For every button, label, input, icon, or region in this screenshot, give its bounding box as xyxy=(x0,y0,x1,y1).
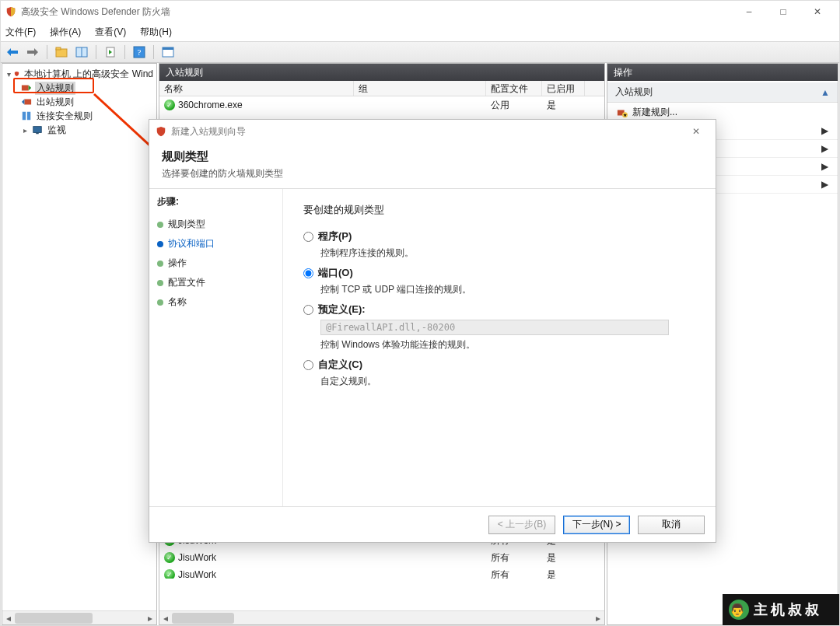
radio-predefined[interactable] xyxy=(303,305,313,315)
option-program-label: 程序(P) xyxy=(318,229,352,243)
col-profile[interactable]: 配置文件 xyxy=(486,81,542,96)
table-row[interactable]: ✓JisuWork 所有 是 xyxy=(159,549,585,566)
col-enabled[interactable]: 已启用 xyxy=(542,81,585,96)
watermark-icon: 👨 xyxy=(729,600,749,620)
toolbar-details-icon[interactable] xyxy=(159,44,177,61)
inbound-icon xyxy=(21,82,32,93)
svg-rect-12 xyxy=(27,112,30,121)
collapse-icon[interactable]: ▲ xyxy=(821,87,830,98)
allow-icon: ✓ xyxy=(164,100,175,110)
monitor-icon xyxy=(32,124,43,135)
step-label: 操作 xyxy=(168,257,187,270)
window-title: 高级安全 Windows Defender 防火墙 xyxy=(21,5,170,19)
toolbar-panes-icon[interactable] xyxy=(73,44,90,61)
step-label: 规则类型 xyxy=(168,218,205,231)
tree-hscrollbar[interactable]: ◂▸ xyxy=(2,610,156,624)
step-label: 协议和端口 xyxy=(168,237,215,250)
col-group[interactable]: 组 xyxy=(354,81,486,96)
actions-header: 操作 xyxy=(607,64,838,81)
center-header: 入站规则 xyxy=(159,64,604,81)
wizard-dialog: 新建入站规则向导 ✕ 规则类型 选择要创建的防火墙规则类型 步骤: 规则类型 协… xyxy=(149,119,716,543)
next-button[interactable]: 下一步(N) > xyxy=(563,516,630,534)
dialog-heading: 规则类型 xyxy=(162,149,703,164)
nav-forward-icon[interactable] xyxy=(24,44,41,61)
tree-inbound-label: 入站规则 xyxy=(35,82,75,95)
step-label: 配置文件 xyxy=(168,276,205,289)
toolbar-separator xyxy=(153,45,154,59)
toolbar-help-icon[interactable]: ? xyxy=(131,44,148,61)
svg-text:?: ? xyxy=(138,47,142,57)
watermark: 👨 主机叔叔 xyxy=(723,594,839,625)
step-name[interactable]: 名称 xyxy=(157,292,275,312)
back-button[interactable]: < 上一步(B) xyxy=(488,516,555,534)
svg-rect-1 xyxy=(56,47,61,50)
actions-section-title: 入站规则 xyxy=(615,86,653,99)
shield-icon xyxy=(14,68,19,79)
cancel-button[interactable]: 取消 xyxy=(638,516,705,534)
tree-root[interactable]: ▾ 本地计算机 上的高级安全 Wind xyxy=(4,67,155,81)
step-action[interactable]: 操作 xyxy=(157,254,275,273)
option-port-label: 端口(O) xyxy=(318,266,353,280)
tree-inbound[interactable]: 入站规则 xyxy=(4,81,155,95)
menu-view[interactable]: 查看(V) xyxy=(95,26,126,39)
svg-rect-13 xyxy=(33,127,42,133)
minimize-button[interactable]: – xyxy=(732,2,766,22)
center-hscrollbar[interactable]: ◂▸ xyxy=(159,610,604,624)
nav-back-icon[interactable] xyxy=(4,44,21,61)
tree-monitor-label: 监视 xyxy=(46,124,68,137)
wizard-steps: 步骤: 规则类型 协议和端口 操作 配置文件 名称 xyxy=(149,189,283,506)
svg-rect-9 xyxy=(22,86,29,91)
titlebar: 高级安全 Windows Defender 防火墙 – □ ✕ xyxy=(1,1,839,23)
radio-custom[interactable] xyxy=(303,360,313,370)
row-profile: 公用 xyxy=(486,99,542,112)
option-predefined[interactable]: 预定义(E): xyxy=(303,303,695,316)
app-shield-icon xyxy=(5,6,16,17)
tree-pane: ▾ 本地计算机 上的高级安全 Wind 入站规则 出站规则 连接安全规则 xyxy=(2,63,157,625)
close-button[interactable]: ✕ xyxy=(800,2,835,22)
option-program-desc: 控制程序连接的规则。 xyxy=(320,247,695,260)
shield-icon xyxy=(156,126,166,137)
option-predefined-label: 预定义(E): xyxy=(318,303,366,316)
col-name[interactable]: 名称 xyxy=(159,81,354,96)
outbound-icon xyxy=(21,96,32,107)
menu-help[interactable]: 帮助(H) xyxy=(140,26,172,39)
svg-rect-14 xyxy=(36,133,39,135)
row-enabled: 是 xyxy=(542,568,585,579)
menu-file[interactable]: 文件(F) xyxy=(5,26,36,39)
menubar: 文件(F) 操作(A) 查看(V) 帮助(H) xyxy=(1,23,839,41)
tree-connsec-label: 连接安全规则 xyxy=(35,110,94,123)
dialog-title: 新建入站规则向导 xyxy=(171,125,246,138)
option-custom[interactable]: 自定义(C) xyxy=(303,358,695,372)
option-port-desc: 控制 TCP 或 UDP 端口连接的规则。 xyxy=(320,283,695,296)
row-profile: 所有 xyxy=(486,568,542,579)
menu-action[interactable]: 操作(A) xyxy=(50,26,81,39)
step-rule-type[interactable]: 规则类型 xyxy=(157,215,275,234)
radio-program[interactable] xyxy=(303,232,313,242)
tree-root-label: 本地计算机 上的高级安全 Wind xyxy=(23,68,155,81)
table-row[interactable]: ✓JisuWork 所有 是 xyxy=(159,566,585,579)
option-port[interactable]: 端口(O) xyxy=(303,266,695,280)
tree-monitor[interactable]: ▸ 监视 xyxy=(4,123,155,137)
maximize-button[interactable]: □ xyxy=(766,2,800,22)
option-predefined-desc: 控制 Windows 体验功能连接的规则。 xyxy=(320,338,695,351)
tree-outbound[interactable]: 出站规则 xyxy=(4,95,155,109)
step-protocol[interactable]: 协议和端口 xyxy=(157,234,275,254)
radio-port[interactable] xyxy=(303,268,313,278)
option-custom-desc: 自定义规则。 xyxy=(320,375,695,388)
new-rule-icon: ★ xyxy=(617,107,628,118)
row-name: JisuWork xyxy=(178,552,216,563)
toolbar-export-icon[interactable] xyxy=(102,44,119,61)
predefined-select[interactable]: @FirewallAPI.dll,-80200 xyxy=(320,320,669,335)
toolbar-folder-icon[interactable] xyxy=(53,44,70,61)
step-label: 名称 xyxy=(168,296,187,309)
option-program[interactable]: 程序(P) xyxy=(303,229,695,243)
svg-rect-8 xyxy=(163,47,173,50)
tree-outbound-label: 出站规则 xyxy=(35,96,75,109)
window-controls: – □ ✕ xyxy=(732,2,835,22)
step-profile[interactable]: 配置文件 xyxy=(157,273,275,292)
svg-text:★: ★ xyxy=(623,112,627,117)
content-question: 要创建的规则类型 xyxy=(303,203,695,217)
tree-connsec[interactable]: 连接安全规则 xyxy=(4,109,155,123)
table-row[interactable]: ✓360chrome.exe 公用 是 xyxy=(159,96,585,114)
dialog-close-button[interactable]: ✕ xyxy=(683,121,709,142)
